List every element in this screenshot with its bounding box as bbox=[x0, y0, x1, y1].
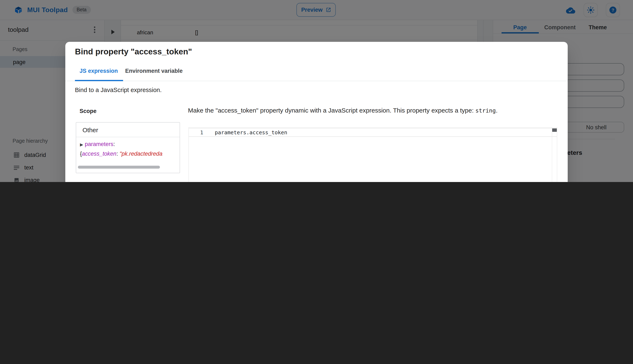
js-expression-editor[interactable]: 1 parameters.access_token bbox=[188, 127, 557, 182]
tab-environment-variable[interactable]: Environment variable bbox=[125, 68, 183, 74]
scope-tree-value: {access_token: "pk.redactedreda bbox=[80, 150, 162, 157]
tree-expand-icon[interactable]: ▶ bbox=[80, 142, 83, 147]
scope-label: Scope bbox=[80, 108, 97, 114]
line-number: 1 bbox=[200, 129, 203, 136]
divider bbox=[552, 128, 552, 182]
divider bbox=[65, 81, 568, 81]
dialog-subtitle: Bind to a JavaScript expression. bbox=[75, 86, 162, 93]
divider bbox=[76, 137, 180, 137]
scrollbar-thumb[interactable] bbox=[78, 166, 160, 168]
tab-js-expression[interactable]: JS expression bbox=[80, 68, 118, 74]
app-root: MUI Toolpad Beta Preview bbox=[0, 0, 633, 182]
binding-description: Make the "access_token" property dynamic… bbox=[188, 107, 560, 114]
dialog-title: Bind property "access_token" bbox=[75, 47, 192, 56]
active-tab-indicator bbox=[75, 80, 123, 81]
scope-tree-node-parameters[interactable]: ▶ parameters: bbox=[80, 141, 115, 147]
scope-explorer: Other ▶ parameters: {access_token: "pk.r… bbox=[76, 122, 180, 173]
expected-type: string bbox=[475, 107, 496, 114]
code-content: parameters.access_token bbox=[215, 129, 287, 136]
scrollbar-thumb[interactable] bbox=[552, 128, 557, 132]
scope-group-label: Other bbox=[83, 126, 98, 134]
bind-property-dialog: Bind property "access_token" JS expressi… bbox=[65, 42, 568, 182]
